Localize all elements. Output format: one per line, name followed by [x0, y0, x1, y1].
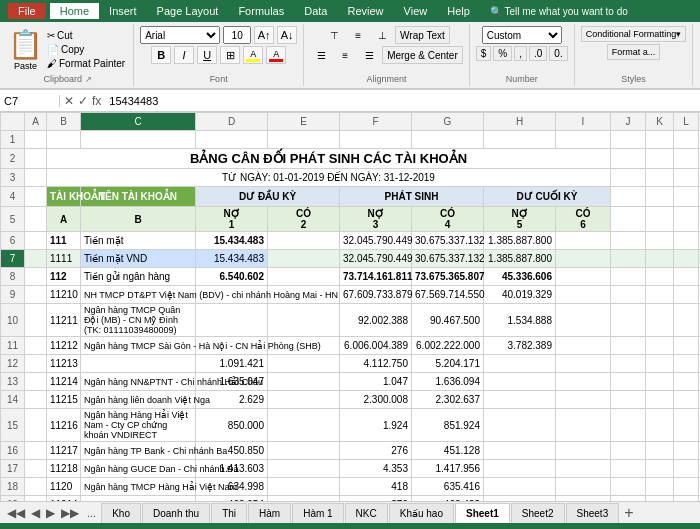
- cell-l7[interactable]: [674, 250, 699, 268]
- cell-d10[interactable]: [196, 304, 268, 337]
- cell-h5[interactable]: NỢ5: [484, 207, 556, 232]
- cell-g8[interactable]: 73.675.365.807: [412, 268, 484, 286]
- cell-j13[interactable]: [611, 373, 646, 391]
- cell-g16[interactable]: 451.128: [412, 442, 484, 460]
- cell-a8[interactable]: [25, 268, 47, 286]
- cell-a12[interactable]: [25, 355, 47, 373]
- cell-c6[interactable]: Tiền mặt: [81, 232, 196, 250]
- formula-content[interactable]: 15434483: [105, 95, 700, 107]
- col-header-d[interactable]: D: [196, 113, 268, 131]
- cell-j7[interactable]: [611, 250, 646, 268]
- cell-a19[interactable]: [25, 496, 47, 502]
- cell-l19[interactable]: [674, 496, 699, 502]
- cell-h10[interactable]: 1.534.888: [484, 304, 556, 337]
- cell-l6[interactable]: [674, 232, 699, 250]
- cell-l2[interactable]: [674, 149, 699, 169]
- align-right-btn[interactable]: ☰: [358, 46, 380, 64]
- cell-f9[interactable]: 67.609.733.879: [340, 286, 412, 304]
- cell-j4[interactable]: [611, 187, 646, 207]
- cell-f18[interactable]: 418: [340, 478, 412, 496]
- cell-c19[interactable]: Ngân hàng TMCP ĐT&PT Việt Nam (BDV): [81, 496, 196, 502]
- cell-i18[interactable]: [556, 478, 611, 496]
- cell-a3[interactable]: [25, 169, 47, 187]
- cell-i8[interactable]: [556, 268, 611, 286]
- cell-k11[interactable]: [646, 337, 674, 355]
- add-sheet-btn[interactable]: +: [620, 504, 637, 522]
- cell-h18[interactable]: [484, 478, 556, 496]
- cell-h11[interactable]: 3.782.389: [484, 337, 556, 355]
- cell-i15[interactable]: [556, 409, 611, 442]
- cell-g11[interactable]: 6.002.222.000: [412, 337, 484, 355]
- cell-a11[interactable]: [25, 337, 47, 355]
- sheet-tab-nkc[interactable]: NKC: [345, 503, 388, 523]
- cell-f10[interactable]: 92.002.388: [340, 304, 412, 337]
- cell-f14[interactable]: 2.300.008: [340, 391, 412, 409]
- cell-f19[interactable]: 379: [340, 496, 412, 502]
- tab-home[interactable]: Home: [50, 3, 99, 19]
- cell-b12[interactable]: 11213: [47, 355, 81, 373]
- cell-i14[interactable]: [556, 391, 611, 409]
- cell-j19[interactable]: [611, 496, 646, 502]
- cell-k9[interactable]: [646, 286, 674, 304]
- col-header-l[interactable]: L: [674, 113, 699, 131]
- cell-i19[interactable]: [556, 496, 611, 502]
- tab-nav-first[interactable]: ◀◀: [4, 506, 28, 520]
- cell-i9[interactable]: [556, 286, 611, 304]
- cell-l13[interactable]: [674, 373, 699, 391]
- percent-btn[interactable]: %: [493, 46, 512, 61]
- cell-k18[interactable]: [646, 478, 674, 496]
- cell-h17[interactable]: [484, 460, 556, 478]
- cell-b19[interactable]: 1121A: [47, 496, 81, 502]
- cell-l1[interactable]: [674, 131, 699, 149]
- cell-h19[interactable]: [484, 496, 556, 502]
- col-header-a[interactable]: A: [25, 113, 47, 131]
- merge-center-btn[interactable]: Merge & Center: [382, 46, 463, 64]
- cell-k8[interactable]: [646, 268, 674, 286]
- cell-j1[interactable]: [611, 131, 646, 149]
- cell-l5[interactable]: [674, 207, 699, 232]
- cell-a4[interactable]: [25, 187, 47, 207]
- cell-h12[interactable]: [484, 355, 556, 373]
- cell-g19[interactable]: 462.433: [412, 496, 484, 502]
- cell-g5[interactable]: CÓ4: [412, 207, 484, 232]
- cell-c15[interactable]: Ngân hàng Hàng Hải Việt Nam - Cty CP chứ…: [81, 409, 196, 442]
- cell-c11[interactable]: Ngân hàng TMCP Sài Gòn - Hà Nội - CN Hải…: [81, 337, 196, 355]
- decrease-decimal-btn[interactable]: 0.: [549, 46, 567, 61]
- cell-h16[interactable]: [484, 442, 556, 460]
- cell-e13[interactable]: [268, 373, 340, 391]
- cell-d8[interactable]: 6.540.602: [196, 268, 268, 286]
- cell-b8[interactable]: 112: [47, 268, 81, 286]
- cell-j2[interactable]: [611, 149, 646, 169]
- cell-e17[interactable]: [268, 460, 340, 478]
- conditional-formatting-btn[interactable]: Conditional Formatting▾: [581, 26, 687, 42]
- cell-hi4[interactable]: DƯ CUỐI KỲ: [484, 187, 611, 207]
- cell-d12[interactable]: 1.091.421: [196, 355, 268, 373]
- font-name-select[interactable]: Arial: [140, 26, 220, 44]
- sheet-tab-kho[interactable]: Kho: [101, 503, 141, 523]
- cell-a14[interactable]: [25, 391, 47, 409]
- sheet-tab-sheet2[interactable]: Sheet2: [511, 503, 565, 523]
- cell-j11[interactable]: [611, 337, 646, 355]
- cell-e15[interactable]: [268, 409, 340, 442]
- cell-e6[interactable]: [268, 232, 340, 250]
- insert-function-icon[interactable]: fx: [92, 94, 101, 108]
- cell-c13[interactable]: Ngân hàng NN&PTNT - Chi nhánh Hải Châu: [81, 373, 196, 391]
- cell-e19[interactable]: [268, 496, 340, 502]
- tab-nav-next[interactable]: ▶: [43, 506, 58, 520]
- wrap-text-btn[interactable]: Wrap Text: [395, 26, 450, 44]
- cell-c9[interactable]: NH TMCP DT&PT Việt Nam (BDV) - chi nhánh…: [81, 286, 196, 304]
- cell-j18[interactable]: [611, 478, 646, 496]
- paste-icon[interactable]: 📋: [8, 28, 43, 61]
- cell-reference[interactable]: C7: [0, 95, 60, 107]
- cell-k5[interactable]: [646, 207, 674, 232]
- bold-btn[interactable]: B: [151, 46, 171, 64]
- cell-k14[interactable]: [646, 391, 674, 409]
- cell-l17[interactable]: [674, 460, 699, 478]
- cell-l4[interactable]: [674, 187, 699, 207]
- cell-f1[interactable]: [340, 131, 412, 149]
- cell-a10[interactable]: [25, 304, 47, 337]
- cell-g14[interactable]: 2.302.637: [412, 391, 484, 409]
- cell-g18[interactable]: 635.416: [412, 478, 484, 496]
- cell-j9[interactable]: [611, 286, 646, 304]
- cell-l12[interactable]: [674, 355, 699, 373]
